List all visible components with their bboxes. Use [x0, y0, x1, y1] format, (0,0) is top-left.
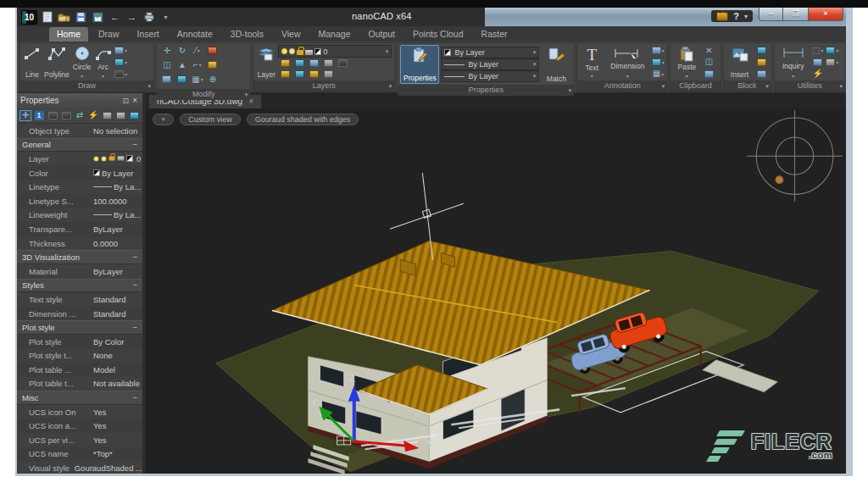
line-button[interactable]: Line — [23, 45, 42, 80]
open-file-icon[interactable] — [57, 11, 71, 24]
fillet-icon[interactable]: ⌐▾ — [190, 59, 205, 70]
move-icon[interactable]: ✛ — [159, 45, 175, 56]
draw-group-label[interactable]: Draw▾ — [20, 80, 153, 92]
new-file-icon[interactable] — [40, 11, 54, 24]
ribbon-tab[interactable]: Raster — [474, 27, 515, 42]
viewport-control[interactable]: Gouraud shaded with edges — [247, 114, 359, 125]
ribbon-tab[interactable]: Annotate — [170, 27, 220, 42]
draw-order-icon[interactable]: ▾ — [826, 45, 839, 56]
ribbon-tab[interactable]: 3D-tools — [223, 27, 271, 42]
layer-thaw-icon[interactable] — [321, 69, 335, 80]
select-all-icon[interactable]: ⇄ — [74, 110, 86, 121]
property-row[interactable]: Color By Layer — [17, 166, 142, 180]
arc-button[interactable]: Arc ▾ — [94, 45, 113, 80]
text-button[interactable]: T Text ▾ — [580, 45, 604, 80]
quick-select-icon[interactable]: ⚡ — [811, 69, 825, 80]
block-group-label[interactable]: Block▾ — [724, 80, 771, 92]
inquiry-button[interactable]: Inquiry ▾ — [777, 45, 810, 80]
property-row[interactable]: Dimension ... Standard — [17, 307, 142, 321]
help-button[interactable]: ? — [733, 11, 739, 21]
layer-lock-tool-icon[interactable] — [307, 58, 320, 69]
point-style-icon[interactable] — [811, 57, 825, 68]
group-tool-icon[interactable]: ▾ — [826, 57, 839, 68]
toggle-pickadd-icon[interactable] — [60, 110, 72, 121]
dimension-style-icon[interactable]: ▾ — [651, 57, 665, 68]
close-button[interactable]: × — [808, 8, 843, 21]
arc-caret-icon[interactable]: ▾ — [102, 74, 104, 79]
property-row[interactable]: Plot style By Color — [17, 335, 142, 349]
layer-unlock-icon[interactable] — [307, 69, 320, 80]
print-icon[interactable] — [142, 11, 156, 24]
properties-button[interactable]: Properties — [400, 45, 439, 84]
layer-states-icon[interactable] — [336, 58, 349, 69]
undo-back-icon[interactable]: ← — [108, 11, 122, 24]
toggle-value-icon[interactable] — [47, 110, 58, 121]
palette-pin-icon[interactable]: ⊡ — [121, 97, 131, 105]
toolbox-icon[interactable] — [716, 12, 728, 21]
layer-button[interactable]: Layer — [256, 45, 276, 80]
ribbon-tab[interactable]: Insert — [130, 27, 167, 42]
property-row[interactable]: Object type No selection — [17, 124, 142, 138]
collapse-all-icon[interactable] — [101, 110, 113, 121]
viewport-control[interactable]: Custom view — [180, 114, 241, 125]
viewport-control[interactable]: + — [153, 114, 174, 125]
palette-close-icon[interactable]: × — [131, 96, 139, 105]
property-row[interactable]: Plot table t... Not available — [17, 377, 142, 391]
rotate-icon[interactable]: ↻ — [175, 45, 190, 56]
minimize-button[interactable]: – — [759, 8, 783, 21]
redo-forward-icon[interactable]: → — [125, 11, 139, 24]
property-row[interactable]: Plot style t... None — [17, 349, 142, 363]
expand-all-icon[interactable] — [114, 110, 126, 121]
quick-select-1-icon[interactable]: 1 — [33, 110, 45, 121]
property-row[interactable]: Text style Standard — [17, 292, 142, 307]
ribbon-tab[interactable]: Manage — [311, 27, 359, 42]
layers-group-label[interactable]: Layers▾ — [253, 80, 394, 92]
layer-prev-icon[interactable] — [292, 69, 306, 80]
scale-icon[interactable] — [175, 74, 190, 85]
model-viewport[interactable]: Z Y X — [146, 108, 846, 474]
property-row[interactable]: Plot table ... Model — [17, 363, 142, 377]
rectangle-tool-icon[interactable]: ▾ — [114, 45, 128, 56]
create-block-icon[interactable] — [755, 45, 769, 56]
property-row[interactable]: UCS icon a... Yes — [17, 419, 142, 433]
array-icon[interactable]: ▦▾ — [190, 74, 205, 85]
leader-tool-icon[interactable]: ▾ — [651, 45, 665, 56]
properties-group-label[interactable]: Properties▾ — [398, 85, 574, 96]
property-section-header[interactable]: General− — [17, 138, 142, 152]
match-button[interactable]: Match — [541, 45, 571, 84]
help-caret-icon[interactable]: ▾ — [744, 13, 748, 20]
quick-access-customize-icon[interactable]: ▾ — [159, 11, 173, 24]
property-row[interactable]: UCS icon On Yes — [17, 405, 142, 419]
copy-with-basepoint-icon[interactable] — [702, 69, 715, 80]
edit-block-icon[interactable] — [755, 57, 769, 68]
layer-freeze-tool-icon[interactable] — [292, 58, 306, 69]
property-row[interactable]: Thickness 0.0000 — [17, 236, 142, 251]
ribbon-tab[interactable]: View — [274, 27, 309, 42]
layer-off-icon[interactable] — [321, 58, 335, 69]
property-row[interactable]: Linetype By La... — [17, 180, 142, 194]
table-tool-icon[interactable]: ▦▾ — [651, 69, 665, 80]
property-section-header[interactable]: Plot style− — [17, 320, 142, 335]
color-select[interactable]: By Layer ▾ — [441, 47, 539, 58]
explode-icon[interactable] — [205, 59, 220, 70]
layer-match-icon[interactable] — [278, 69, 292, 80]
ribbon-tab[interactable]: Draw — [91, 27, 127, 42]
property-row[interactable]: UCS per vi... Yes — [17, 433, 142, 447]
circle-button[interactable]: Circle ▾ — [72, 45, 92, 80]
circle-caret-icon[interactable]: ▾ — [81, 74, 83, 79]
block-attributes-icon[interactable] — [755, 69, 769, 80]
save-icon[interactable] — [74, 11, 88, 24]
property-row[interactable]: UCS name *Top* — [17, 447, 142, 462]
preview-icon[interactable] — [128, 110, 140, 121]
property-row[interactable]: Material ByLayer — [17, 264, 142, 279]
insert-button[interactable]: Insert — [726, 45, 754, 80]
property-row[interactable]: Visual style GouraudShaded ... — [17, 461, 142, 474]
property-section-header[interactable]: Misc− — [17, 391, 142, 405]
select-window-icon[interactable]: ⬚▾ — [811, 45, 825, 56]
erase-icon[interactable] — [205, 45, 220, 56]
property-row[interactable]: Transpare... ByLayer — [17, 222, 142, 236]
property-row[interactable]: Layer 0 — [17, 152, 142, 166]
property-section-header[interactable]: Styles− — [17, 279, 142, 293]
select-objects-icon[interactable]: ✛ — [19, 110, 31, 121]
save-as-icon[interactable] — [91, 11, 105, 24]
